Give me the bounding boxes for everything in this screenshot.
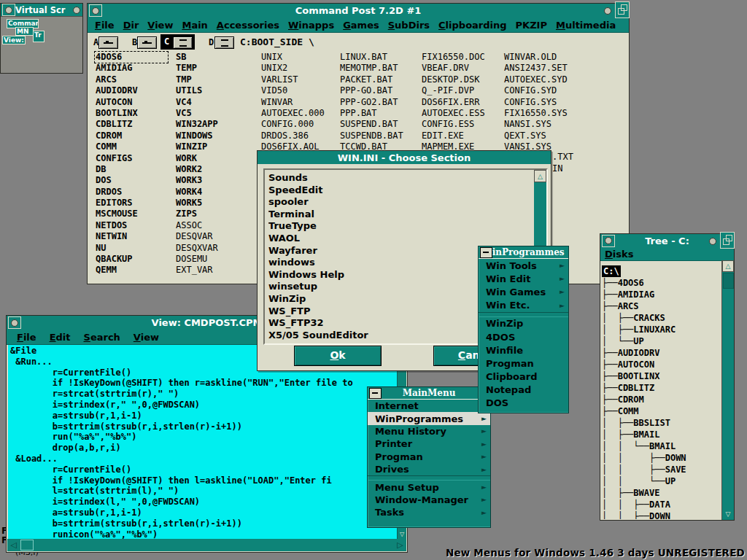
file-item[interactable]: DRDOS xyxy=(96,187,169,198)
tree-row[interactable]: ├──AMIDIAG xyxy=(602,289,722,300)
menu-minimize-icon[interactable] xyxy=(480,247,492,258)
window-circle-button[interactable] xyxy=(604,7,611,15)
menubar-item[interactable]: Accessories xyxy=(217,20,279,31)
tree-row[interactable]: │ │ └──UP xyxy=(602,475,722,487)
file-item[interactable]: WINZIP xyxy=(176,141,218,152)
file-item[interactable]: FIX16550.DOC xyxy=(422,52,485,63)
file-item[interactable]: DESQVAR xyxy=(176,231,218,242)
scrollbar-thumb[interactable] xyxy=(20,540,34,551)
menubar-item[interactable]: File xyxy=(95,20,115,31)
mini-window-mainmenu[interactable]: MN xyxy=(15,27,34,36)
file-item[interactable]: CONFIG.SYD xyxy=(504,85,568,96)
file-item[interactable]: UTILS xyxy=(176,85,218,96)
popup-menu-item[interactable]: Win Games► xyxy=(479,285,568,298)
file-item[interactable]: QEMM xyxy=(96,265,169,276)
file-item[interactable]: PACKET.BAT xyxy=(340,74,403,85)
tree-row[interactable]: ├──AUDIODRV xyxy=(602,347,722,359)
scroll-left-icon[interactable]: ◁ xyxy=(7,539,20,551)
menubar-item[interactable]: Search xyxy=(84,332,120,343)
winprogrammes-titlebar[interactable]: WinProgrammes xyxy=(479,246,568,259)
tree-row[interactable]: │ │ ├──DATA xyxy=(602,499,722,510)
file-item[interactable]: CONFIG.ESS xyxy=(422,119,485,130)
system-menu-button[interactable] xyxy=(602,235,615,247)
file-item[interactable]: DESKTOP.DSK xyxy=(422,74,485,85)
tree-titlebar[interactable]: Tree - C: xyxy=(600,234,734,247)
restore-icon[interactable] xyxy=(720,232,735,249)
file-item[interactable]: MSCMOUSE xyxy=(96,209,169,219)
file-item[interactable]: DOS xyxy=(96,175,169,186)
file-item[interactable]: LINUX.BAT xyxy=(340,52,403,63)
tree-row[interactable]: │ ├──LINUXARC xyxy=(602,324,722,335)
menubar-item[interactable]: PKZIP xyxy=(516,20,547,31)
file-item[interactable]: WORK2 xyxy=(176,164,218,175)
popup-menu-item[interactable]: Menu History► xyxy=(368,425,490,438)
scroll-up-icon[interactable]: △ xyxy=(722,260,734,272)
file-item[interactable]: VC4 xyxy=(176,97,218,108)
file-item[interactable]: DOSEMU xyxy=(176,254,218,265)
file-item[interactable]: UNIX2 xyxy=(261,63,325,74)
popup-menu-item[interactable]: Win Edit► xyxy=(479,272,568,285)
file-item[interactable]: ASSOC xyxy=(176,220,218,231)
file-item[interactable]: COMM xyxy=(96,141,169,152)
mini-window-view[interactable]: View: xyxy=(2,36,26,44)
tree-row[interactable]: ├──AUTOCON xyxy=(602,359,722,370)
menu-minimize-icon[interactable] xyxy=(369,388,382,399)
tree-row[interactable]: │ ├──BWAVE xyxy=(602,487,722,499)
tree-row[interactable]: │ ├──CRACKS xyxy=(602,312,722,324)
file-item[interactable]: FIX16550.SYS xyxy=(504,108,568,119)
popup-menu-item[interactable]: WinZip xyxy=(479,317,568,330)
command-post-titlebar[interactable]: Command Post 7.2D #1 xyxy=(88,4,629,18)
menubar-item[interactable]: Games xyxy=(343,20,379,31)
popup-menu-item[interactable]: Internet xyxy=(368,400,490,412)
file-item[interactable]: TMP xyxy=(176,74,218,85)
file-item[interactable]: VC5 xyxy=(176,108,218,119)
file-item[interactable]: SUSPEND.BAT xyxy=(340,119,403,130)
popup-menu-item[interactable]: WinProgrammes► xyxy=(368,412,490,424)
file-item[interactable]: CDBLITZ xyxy=(96,119,169,130)
file-item[interactable]: PPP-GO.BAT xyxy=(340,85,403,96)
popup-menu-item[interactable]: Winfile xyxy=(479,343,568,357)
menubar-item[interactable]: Clipboarding xyxy=(438,20,507,31)
file-item[interactable]: AMIDIAG xyxy=(96,63,169,74)
file-item[interactable]: AUTOEXEC.SYD xyxy=(504,74,568,85)
file-item[interactable]: ZIPS xyxy=(176,209,218,219)
file-item[interactable]: QEXT.SYS xyxy=(504,131,568,141)
popup-menu-item[interactable]: Menu Setup► xyxy=(368,481,490,493)
file-item[interactable]: PPP-GO2.BAT xyxy=(340,97,403,108)
file-item[interactable]: VID50 xyxy=(261,85,325,96)
file-item[interactable]: UNIX xyxy=(261,52,325,63)
popup-menu-item[interactable]: Win Tools► xyxy=(479,259,568,272)
tree-row[interactable]: │ ├──BMAIL xyxy=(602,429,722,440)
drive-c-button[interactable] xyxy=(173,36,193,49)
file-item[interactable]: VBEAF.DRV xyxy=(422,63,485,74)
section-item[interactable]: SpeedEdit xyxy=(268,184,532,197)
file-item[interactable]: DOS6FIX.ERR xyxy=(422,97,485,108)
menubar-item[interactable]: Dir xyxy=(123,20,139,31)
file-item[interactable]: EDIT.EXE xyxy=(422,131,485,141)
section-item[interactable]: Terminal xyxy=(268,209,532,221)
popup-menu-item[interactable]: Win Etc.► xyxy=(479,299,568,312)
file-item[interactable]: WORK3 xyxy=(176,175,218,186)
section-item[interactable]: Sounds xyxy=(268,172,532,184)
dialog-titlebar[interactable]: WIN.INI - Choose Section xyxy=(258,151,551,164)
file-item[interactable]: CONFIG.000 xyxy=(261,119,325,130)
file-item[interactable]: DESQXVAR xyxy=(176,243,218,254)
file-item[interactable]: TEMP xyxy=(176,63,218,74)
drive-b-button[interactable] xyxy=(137,36,157,49)
file-item[interactable]: NETDOS xyxy=(96,220,169,231)
drive-a-button[interactable] xyxy=(98,36,118,49)
code-viewer[interactable]: &File &Run... r=CurrentFile() if !IsKeyD… xyxy=(8,345,398,539)
scroll-up-icon[interactable]: △ xyxy=(534,170,546,182)
window-circle-button[interactable] xyxy=(709,238,716,245)
file-item[interactable]: CONFIG.SYS xyxy=(504,97,568,108)
section-item[interactable]: WAOL xyxy=(268,233,532,245)
file-item[interactable]: PPP.BAT xyxy=(340,108,403,119)
menubar-item[interactable]: View xyxy=(133,332,159,343)
tree-scrollbar[interactable]: △ ▽ xyxy=(721,260,734,520)
tree-row[interactable]: ├──ARCS xyxy=(602,300,722,312)
system-menu-button[interactable] xyxy=(89,4,102,17)
file-item[interactable]: AUTOEXEC.ESS xyxy=(422,108,485,119)
tree-row[interactable]: ├──4DOS6 xyxy=(602,277,722,289)
file-item[interactable]: AUTOEXEC.000 xyxy=(261,108,325,119)
section-item[interactable]: spooler xyxy=(268,196,532,209)
